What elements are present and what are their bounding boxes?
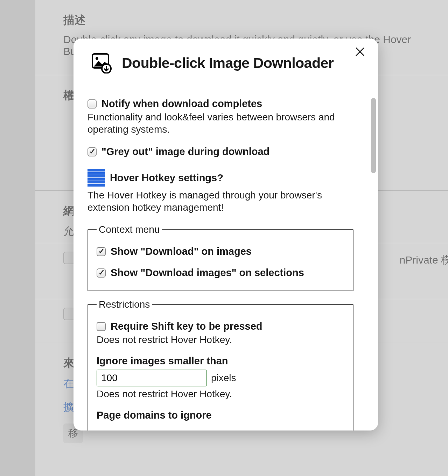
ctx-legend: Context menu	[97, 224, 162, 235]
svg-point-1	[96, 57, 98, 60]
scrollbar-thumb[interactable]	[371, 98, 376, 173]
fieldset-context-menu: Context menu Show "Download" on images S…	[88, 224, 354, 291]
res-domains-label: Page domains to ignore	[97, 410, 344, 421]
res-ignore-help: Does not restrict Hover Hotkey.	[97, 388, 344, 400]
scroll-area: Notify when download completes Functiona…	[74, 98, 368, 430]
notify-help: Functionality and look&feel varies betwe…	[88, 111, 354, 135]
checkbox-notify[interactable]	[88, 99, 97, 108]
modal-header: Double-click Image Downloader	[74, 38, 378, 80]
checkbox-greyout[interactable]	[88, 147, 97, 156]
checkbox-require-shift[interactable]	[97, 322, 106, 331]
px-unit: pixels	[211, 372, 236, 384]
greyout-label: "Grey out" image during download	[102, 146, 270, 158]
hamburger-list-icon	[88, 168, 105, 188]
res-legend: Restrictions	[97, 299, 152, 310]
hh-help: The Hover Hotkey is managed through your…	[88, 189, 354, 214]
ctx-item2-label: Show "Download images" on selections	[111, 267, 304, 279]
checkbox-ctx-download-selections[interactable]	[97, 268, 106, 278]
ctx-item1-label: Show "Download" on images	[111, 246, 252, 257]
close-icon[interactable]	[354, 46, 366, 58]
option-greyout: "Grey out" image during download	[88, 146, 354, 158]
option-hover-hotkey: Hover Hotkey settings? The Hover Hotkey …	[88, 168, 354, 214]
res-ignore-label: Ignore images smaller than	[97, 355, 344, 367]
min-size-input[interactable]	[97, 370, 207, 386]
option-notify: Notify when download completes Functiona…	[88, 98, 354, 135]
modal-title: Double-click Image Downloader	[122, 55, 334, 71]
res-shift-help: Does not restrict Hover Hotkey.	[97, 334, 344, 345]
res-shift-label: Require Shift key to be pressed	[111, 321, 262, 332]
notify-label: Notify when download completes	[102, 98, 262, 110]
extension-options-modal: Double-click Image Downloader Notify whe…	[74, 38, 378, 430]
fieldset-restrictions: Restrictions Require Shift key to be pre…	[88, 299, 354, 430]
hh-label: Hover Hotkey settings?	[110, 172, 223, 184]
extension-icon	[91, 52, 112, 74]
checkbox-ctx-download-images[interactable]	[97, 247, 106, 256]
modal-body: Notify when download completes Functiona…	[74, 98, 378, 430]
